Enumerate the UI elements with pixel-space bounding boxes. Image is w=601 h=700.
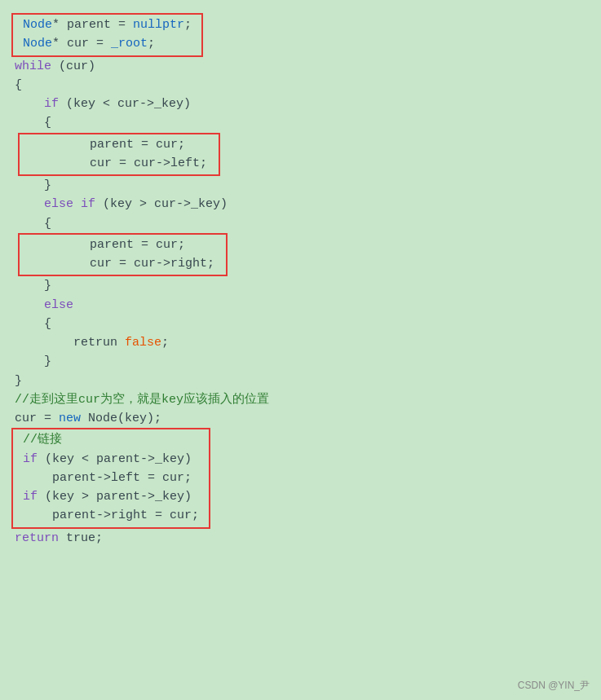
code-line-20: //走到这里cur为空，就是key应该插入的位置	[11, 390, 590, 409]
code-line-3: while (cur)	[11, 57, 590, 76]
code-line-12: parent = cur;	[28, 236, 218, 254]
code-line-17: retrun false;	[11, 333, 590, 352]
code-line-26: parent->right = cur;	[20, 506, 202, 525]
code-line-27: return true;	[11, 529, 590, 548]
code-line-19: }	[11, 372, 590, 390]
code-line-1: Node* parent = nullptr;	[20, 15, 195, 34]
code-line-8: cur = cur->left;	[28, 154, 210, 173]
code-line-2: Node* cur = _root;	[20, 34, 195, 53]
code-line-14: }	[11, 276, 590, 295]
code-line-13: cur = cur->right;	[28, 254, 218, 273]
code-line-4: {	[11, 76, 590, 95]
code-editor: Node* parent = nullptr; Node* cur = _roo…	[0, 8, 601, 553]
code-line-6: {	[11, 113, 590, 132]
code-line-25: if (key > parent->_key)	[20, 487, 202, 506]
code-line-16: {	[11, 315, 590, 333]
code-line-15: else	[11, 296, 590, 315]
code-line-24: parent->left = cur;	[20, 469, 202, 487]
code-line-21: cur = new Node(key);	[11, 409, 590, 428]
code-line-5: if (key < cur->_key)	[11, 95, 590, 113]
code-line-18: }	[11, 352, 590, 371]
code-line-9: }	[11, 176, 590, 195]
code-line-10: else if (key > cur->_key)	[11, 195, 590, 214]
watermark-text: CSDN @YIN_尹	[518, 678, 590, 693]
code-line-7: parent = cur;	[28, 135, 210, 154]
code-line-23: if (key < parent->_key)	[20, 450, 202, 469]
code-line-11: {	[11, 214, 590, 233]
code-line-22: //链接	[20, 430, 202, 449]
